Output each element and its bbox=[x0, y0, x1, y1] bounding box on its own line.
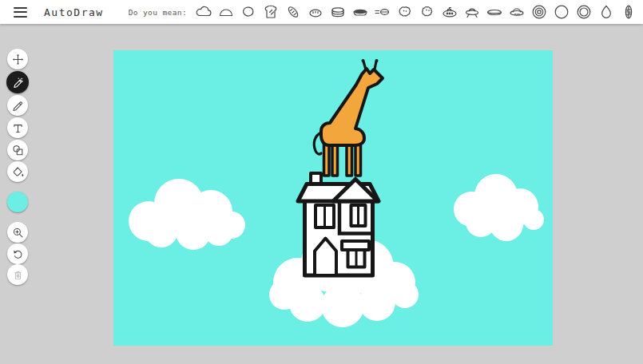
right-cloud-drawing bbox=[454, 174, 544, 241]
menu-icon[interactable] bbox=[14, 7, 27, 18]
suggestion-cake-icon[interactable] bbox=[328, 2, 347, 22]
draw-tool-button[interactable] bbox=[7, 95, 28, 116]
suggestion-label: Do you mean: bbox=[129, 8, 187, 17]
fill-tool-button[interactable] bbox=[7, 161, 28, 182]
topbar: AutoDraw Do you mean: bbox=[0, 0, 643, 24]
shape-tool-button[interactable] bbox=[7, 140, 28, 160]
suggestion-ufo-legs-icon[interactable] bbox=[462, 2, 482, 22]
color-tool-button[interactable] bbox=[7, 192, 28, 212]
suggestion-animal-blob-icon[interactable] bbox=[395, 2, 415, 22]
suggestion-corn-icon[interactable] bbox=[619, 2, 638, 22]
suggestion-animal-blob-2-icon[interactable] bbox=[418, 2, 437, 22]
suggestion-cloud-flat-icon[interactable] bbox=[216, 2, 236, 22]
giraffe-drawing bbox=[314, 59, 383, 176]
suggestion-donut-rings-icon[interactable] bbox=[530, 2, 549, 22]
suggestion-ring-icon[interactable] bbox=[574, 2, 593, 22]
trash-tool-button[interactable] bbox=[7, 264, 28, 285]
suggestion-strip bbox=[194, 0, 643, 24]
canvas-scene bbox=[113, 50, 553, 346]
drawing-canvas[interactable] bbox=[113, 50, 553, 346]
suggestion-egg-icon[interactable] bbox=[597, 2, 616, 22]
suggestion-ufo-saucer-icon[interactable] bbox=[485, 2, 504, 22]
app-title: AutoDraw bbox=[44, 6, 104, 18]
text-tool-button[interactable] bbox=[7, 117, 28, 138]
suggestion-cloud-icon[interactable] bbox=[194, 2, 213, 22]
suggestion-circle-icon[interactable] bbox=[552, 2, 571, 22]
suggestion-bread-roll-icon[interactable] bbox=[306, 2, 325, 22]
suggestion-submarine-icon[interactable] bbox=[440, 2, 459, 22]
suggestion-pie-icon[interactable] bbox=[351, 2, 370, 22]
zoom-tool-button[interactable] bbox=[7, 222, 28, 243]
undo-tool-button[interactable] bbox=[7, 243, 28, 264]
suggestion-baguette-icon[interactable] bbox=[284, 2, 303, 22]
left-cloud-drawing bbox=[129, 179, 245, 250]
suggestion-ufo-dome-icon[interactable] bbox=[507, 2, 526, 22]
house-drawing bbox=[298, 173, 379, 275]
autodraw-tool-button[interactable] bbox=[6, 71, 29, 93]
suggestion-cloud-round-icon[interactable] bbox=[239, 2, 258, 22]
select-tool-button[interactable] bbox=[7, 49, 28, 69]
suggestion-flying-burger-icon[interactable] bbox=[373, 2, 392, 22]
suggestion-toast-icon[interactable] bbox=[261, 2, 280, 22]
